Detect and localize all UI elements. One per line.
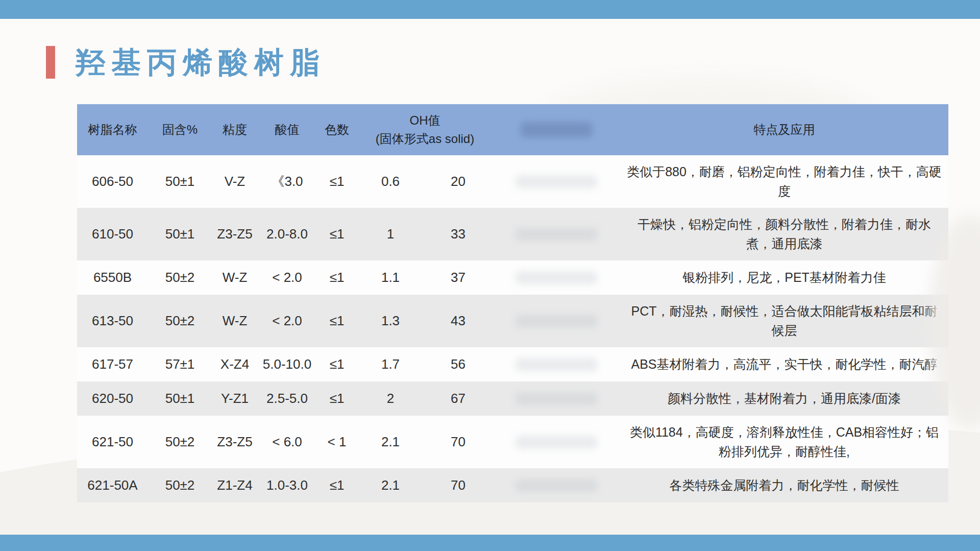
table-row: 613-50 50±2 W-Z < 2.0 ≤1 1.3 43 PCT，耐湿热，… [77,295,948,347]
cell-redacted [493,155,620,208]
cell-oh-solid: 2.1 [357,468,424,502]
redacted-header-blob [521,122,592,137]
cell-redacted [493,208,620,260]
cell-resin-name: 617-57 [77,347,148,381]
cell-features: 各类特殊金属附着力，耐化学性，耐候性 [620,468,948,502]
cell-resin-name: 620-50 [77,381,148,416]
cell-color-number: < 1 [316,416,357,468]
redacted-text-blob [516,315,597,328]
table-row: 610-50 50±1 Z3-Z5 2.0-8.0 ≤1 1 33 干燥快，铝粉… [77,208,948,260]
resin-table-body: 606-50 50±1 V-Z 《3.0 ≤1 0.6 20 类似于880，耐磨… [77,155,948,502]
cell-acid-value: 2.5-5.0 [258,381,316,416]
table-header-row: 树脂名称 固含% 粘度 酸值 色数 OH值 (固体形式as solid) 特点及… [77,104,948,155]
table-row: 620-50 50±1 Y-Z1 2.5-5.0 ≤1 2 67 颜料分散性，基… [77,381,948,416]
table-row: 6550B 50±2 W-Z < 2.0 ≤1 1.1 37 银粉排列，尼龙，P… [77,260,948,295]
cell-viscosity: W-Z [212,260,258,295]
redacted-text-blob [516,175,597,188]
cell-solid-content: 50±1 [148,381,212,416]
cell-oh-solid: 1.1 [357,260,424,295]
col-header-features: 特点及应用 [620,104,948,155]
cell-solid-content: 50±2 [148,260,212,295]
table-row: 617-57 57±1 X-Z4 5.0-10.0 ≤1 1.7 56 ABS基… [77,347,948,381]
oh-header-line1: OH值 [357,112,493,129]
cell-oh-solid: 1.3 [357,295,424,347]
cell-color-number: ≤1 [316,208,357,260]
col-header-resin-name: 树脂名称 [77,104,148,155]
col-header-solid-content: 固含% [148,104,212,155]
redacted-text-blob [516,436,597,449]
cell-redacted [493,260,620,295]
cell-oh-value: 20 [424,155,493,208]
cell-solid-content: 50±2 [148,416,212,468]
col-header-viscosity: 粘度 [212,104,258,155]
redacted-text-blob [516,358,597,371]
redacted-text-blob [516,228,597,241]
cell-oh-value: 67 [424,381,493,416]
cell-viscosity: Z3-Z5 [212,416,258,468]
cell-acid-value: < 6.0 [258,416,316,468]
page-title: 羟基丙烯酸树脂 [76,47,326,77]
slide-title-block: 羟基丙烯酸树脂 [46,46,326,79]
cell-acid-value: 5.0-10.0 [258,347,316,381]
cell-viscosity: Z1-Z4 [212,468,258,502]
cell-resin-name: 610-50 [77,208,148,260]
col-header-acid-value: 酸值 [258,104,316,155]
col-header-oh-value: OH值 (固体形式as solid) [357,104,493,155]
cell-acid-value: 2.0-8.0 [258,208,316,260]
cell-features: 颜料分散性，基材附着力，通用底漆/面漆 [620,381,948,416]
cell-color-number: ≤1 [316,347,357,381]
cell-viscosity: Z3-Z5 [212,208,258,260]
table-row: 621-50A 50±2 Z1-Z4 1.0-3.0 ≤1 2.1 70 各类特… [77,468,948,502]
cell-color-number: ≤1 [316,468,357,502]
cell-oh-solid: 1.7 [357,347,424,381]
col-header-redacted [493,104,620,155]
cell-viscosity: V-Z [212,155,258,208]
cell-solid-content: 57±1 [148,347,212,381]
cell-redacted [493,347,620,381]
resin-spec-table: 树脂名称 固含% 粘度 酸值 色数 OH值 (固体形式as solid) 特点及… [77,104,948,502]
cell-color-number: ≤1 [316,260,357,295]
redacted-text-blob [516,271,597,284]
table-row: 621-50 50±2 Z3-Z5 < 6.0 < 1 2.1 70 类似118… [77,416,948,468]
cell-resin-name: 613-50 [77,295,148,347]
cell-solid-content: 50±1 [148,155,212,208]
cell-oh-value: 56 [424,347,493,381]
cell-acid-value: 《3.0 [258,155,316,208]
col-header-color-number: 色数 [316,104,357,155]
cell-oh-value: 70 [424,416,493,468]
cell-redacted [493,381,620,416]
cell-oh-value: 33 [424,208,493,260]
cell-oh-value: 37 [424,260,493,295]
cell-acid-value: < 2.0 [258,295,316,347]
cell-oh-solid: 0.6 [357,155,424,208]
cell-color-number: ≤1 [316,295,357,347]
cell-resin-name: 6550B [77,260,148,295]
cell-features: PCT，耐湿热，耐候性，适合做太阳能背板粘结层和耐候层 [620,295,948,347]
cell-color-number: ≤1 [316,155,357,208]
cell-features: 类似1184，高硬度，溶剂释放性佳，CAB相容性好；铝粉排列优异，耐醇性佳, [620,416,948,468]
top-brand-bar [0,0,980,19]
cell-viscosity: X-Z4 [212,347,258,381]
title-accent-bar [46,46,55,79]
cell-features: 银粉排列，尼龙，PET基材附着力佳 [620,260,948,295]
cell-redacted [493,295,620,347]
table-row: 606-50 50±1 V-Z 《3.0 ≤1 0.6 20 类似于880，耐磨… [77,155,948,208]
cell-acid-value: < 2.0 [258,260,316,295]
cell-resin-name: 621-50 [77,416,148,468]
cell-redacted [493,416,620,468]
cell-redacted [493,468,620,502]
cell-viscosity: Y-Z1 [212,381,258,416]
cell-resin-name: 606-50 [77,155,148,208]
cell-features: 类似于880，耐磨，铝粉定向性，附着力佳，快干，高硬度 [620,155,948,208]
bottom-brand-bar [0,535,980,551]
cell-acid-value: 1.0-3.0 [258,468,316,502]
cell-oh-solid: 1 [357,208,424,260]
cell-features: ABS基材附着力，高流平，实干快，耐化学性，耐汽醇 [620,347,948,381]
cell-solid-content: 50±2 [148,295,212,347]
cell-color-number: ≤1 [316,381,357,416]
cell-oh-solid: 2 [357,381,424,416]
redacted-text-blob [516,479,597,492]
cell-viscosity: W-Z [212,295,258,347]
cell-solid-content: 50±2 [148,468,212,502]
cell-resin-name: 621-50A [77,468,148,502]
